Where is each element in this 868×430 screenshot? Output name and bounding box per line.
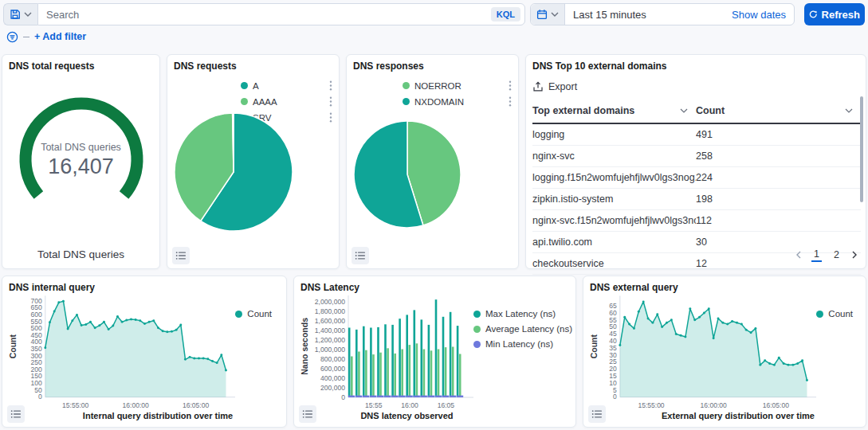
export-icon [532,81,544,92]
time-range-value[interactable]: Last 15 minutes [565,4,724,25]
legend-toggle-button[interactable] [172,247,190,264]
legend-item[interactable]: Count [235,309,281,319]
svg-text:300: 300 [30,352,42,360]
svg-text:1,600,000: 1,600,000 [315,317,345,325]
panel-dns-requests: DNS requests AAAAASRV [167,54,340,269]
svg-text:450: 450 [30,331,42,339]
area-chart: 0501001502002503003504004505005506006507… [18,295,235,411]
saved-query-menu-button[interactable] [3,3,37,25]
date-picker: Last 15 minutes Show dates [530,3,795,25]
column-header-domains[interactable]: Top external domains [532,100,696,123]
export-button[interactable]: Export [526,72,595,100]
gauge-value: 16,407 [2,154,159,179]
legend-dot [473,326,481,333]
legend-menu-icon[interactable] [328,80,333,91]
legend-toggle-button[interactable] [299,405,316,423]
legend-label: Count [247,309,272,319]
legend-toggle-button[interactable] [352,247,369,264]
legend-menu-icon[interactable] [328,96,333,107]
cell-domain: logging [532,123,696,146]
refresh-label: Refresh [822,9,860,21]
svg-text:1,200,000: 1,200,000 [315,336,345,344]
filter-icon[interactable] [6,31,18,43]
cell-domain: nginx-svc.f15n2womfujehfjlwv0lgs3no... [532,210,696,232]
svg-text:50: 50 [34,386,42,394]
legend-dot [241,98,248,105]
page-1-button[interactable]: 1 [811,248,822,262]
next-page-button[interactable] [851,251,858,259]
search-input[interactable] [38,9,524,21]
date-quick-select-button[interactable] [531,4,565,25]
sort-chevron-icon [845,108,853,113]
chevron-right-icon [851,251,858,259]
svg-text:45: 45 [609,330,617,338]
cell-domain: checkoutservice [532,253,696,275]
panel-dns-responses: DNS responses NOERRORNXDOMAIN [346,54,519,269]
panel-dns-top-external-domains: DNS Top 10 external domains Export Top e… [525,54,866,269]
legend-item[interactable]: Min Latency (ns) [473,339,571,349]
legend-toggle-button[interactable] [7,405,25,423]
area-chart: 0510152025303540455055606515:55:0016:00:… [599,295,816,411]
svg-text:650: 650 [30,303,42,311]
table-scrollbar[interactable] [860,96,863,202]
chart-legend: Count [816,295,861,319]
legend-menu-icon[interactable] [508,80,513,91]
svg-text:350: 350 [30,345,42,353]
kibana-dashboard: KQL Last 15 minutes Show dates Refresh +… [0,0,868,430]
cell-count: 198 [696,189,861,210]
legend-item[interactable]: Average Latency (ns) [473,324,571,334]
svg-text:50: 50 [609,322,617,330]
legend-label: Average Latency (ns) [485,324,572,334]
panel-title: DNS requests [167,55,339,72]
legend-item[interactable]: Max Latency (ns) [473,309,571,319]
table-row: zipkin.istio-system198 [532,189,861,210]
legend-item[interactable]: NOERROR [403,80,513,91]
svg-text:25: 25 [609,358,617,366]
legend-item[interactable]: NXDOMAIN [403,96,513,107]
svg-text:600,000: 600,000 [320,365,345,373]
show-dates-button[interactable]: Show dates [724,4,794,25]
panel-dns-latency: DNS Latency Nano seconds 0200,000400,000… [293,276,576,428]
legend-item[interactable]: Count [816,309,861,319]
legend-menu-icon[interactable] [508,96,513,107]
x-axis-title: External query distribution over time [583,411,866,420]
kql-language-button[interactable]: KQL [491,7,520,22]
svg-text:16:05:00: 16:05:00 [183,401,210,409]
svg-text:5: 5 [613,386,617,394]
svg-text:200: 200 [30,366,42,373]
svg-text:250: 250 [30,358,42,366]
svg-text:1,800,000: 1,800,000 [315,307,345,315]
goal-chart: Total DNS queries 16,407 Total DNS queri… [2,72,159,255]
refresh-button[interactable]: Refresh [804,3,865,25]
svg-text:40: 40 [609,337,617,345]
table-row: logging491 [532,123,861,146]
svg-text:500: 500 [30,324,42,332]
cell-count: 112 [696,210,861,232]
bar-chart: 0200,000400,000600,000800,0001,000,0001,… [310,295,473,411]
page-2-button[interactable]: 2 [831,248,842,261]
svg-text:16:00:00: 16:00:00 [122,401,149,409]
legend-item[interactable]: AAAA [241,96,333,107]
svg-text:65: 65 [609,302,617,310]
svg-text:700: 700 [30,297,42,305]
gauge-center-text: Total DNS queries 16,407 [2,142,159,179]
svg-text:1,000,000: 1,000,000 [315,346,345,354]
panel-dns-external-query: DNS external query Count 051015202530354… [583,276,866,428]
svg-text:2,000,000: 2,000,000 [315,298,345,306]
previous-page-button[interactable] [795,251,802,259]
svg-text:15:55: 15:55 [365,401,383,409]
legend-dot [235,311,242,318]
legend-menu-icon[interactable] [328,112,333,123]
svg-text:150: 150 [30,373,42,381]
svg-text:15:55:00: 15:55:00 [62,401,89,409]
legend-item[interactable]: A [241,80,333,91]
panel-title: DNS responses [347,55,518,72]
column-header-count[interactable]: Count [696,100,861,123]
add-filter-button[interactable]: + Add filter [34,31,86,42]
pie-chart [174,112,293,232]
svg-text:16:00: 16:00 [401,401,418,409]
chevron-down-icon [551,12,559,17]
legend-label: NOERROR [414,81,461,91]
legend-toggle-button[interactable] [588,405,606,423]
panel-title: DNS internal query [2,276,286,293]
